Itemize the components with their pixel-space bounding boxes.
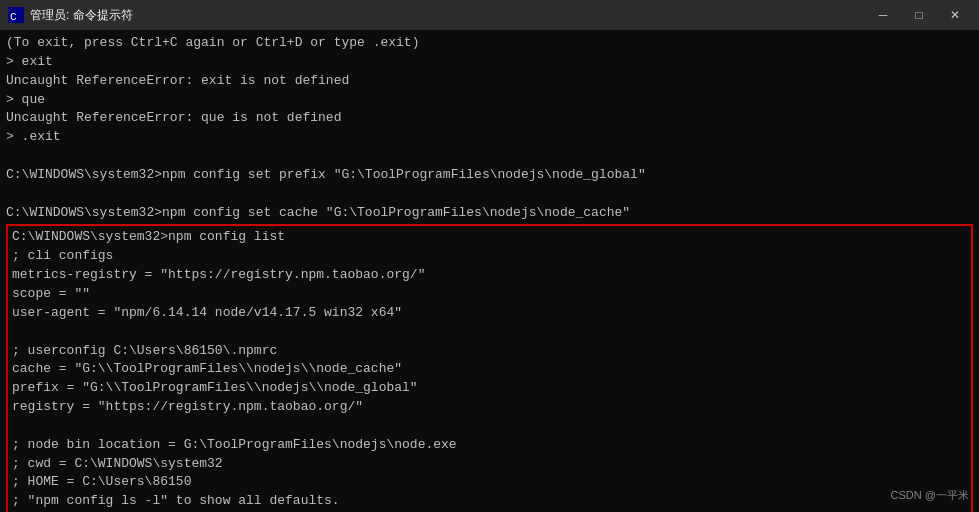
minimize-button[interactable]: ─: [867, 5, 899, 25]
watermark: CSDN @一平米: [891, 488, 969, 504]
node-bin: ; node bin location = G:\ToolProgramFile…: [12, 436, 967, 455]
cmd-window: C 管理员: 命令提示符 ─ □ ✕ (To exit, press Ctrl+…: [0, 0, 979, 512]
cwd: ; cwd = C:\WINDOWS\system32: [12, 455, 967, 474]
line-3: Uncaught ReferenceError: exit is not def…: [6, 72, 973, 91]
blank-1: [12, 323, 967, 342]
window-controls: ─ □ ✕: [867, 5, 971, 25]
cache: cache = "G:\\ToolProgramFiles\\nodejs\\n…: [12, 360, 967, 379]
user-agent: user-agent = "npm/6.14.14 node/v14.17.5 …: [12, 304, 967, 323]
line-1: (To exit, press Ctrl+C again or Ctrl+D o…: [6, 34, 973, 53]
registry: registry = "https://registry.npm.taobao.…: [12, 398, 967, 417]
prefix: prefix = "G:\\ToolProgramFiles\\nodejs\\…: [12, 379, 967, 398]
line-5: Uncaught ReferenceError: que is not defi…: [6, 109, 973, 128]
svg-text:C: C: [10, 11, 17, 23]
title-bar-left: C 管理员: 命令提示符: [8, 7, 133, 24]
npm-defaults: ; "npm config ls -l" to show all default…: [12, 492, 967, 511]
line-4: > que: [6, 91, 973, 110]
home: ; HOME = C:\Users\86150: [12, 473, 967, 492]
terminal-body[interactable]: (To exit, press Ctrl+C again or Ctrl+D o…: [0, 30, 979, 512]
userconfig: ; userconfig C:\Users\86150\.npmrc: [12, 342, 967, 361]
line-6: > .exit: [6, 128, 973, 147]
npm-list-command: C:\WINDOWS\system32>npm config list: [12, 228, 967, 247]
terminal-content: (To exit, press Ctrl+C again or Ctrl+D o…: [6, 34, 973, 512]
cmd-icon: C: [8, 7, 24, 23]
line-9: [6, 185, 973, 204]
line-8: C:\WINDOWS\system32>npm config set prefi…: [6, 166, 973, 185]
line-10: C:\WINDOWS\system32>npm config set cache…: [6, 204, 973, 223]
cli-configs: ; cli configs: [12, 247, 967, 266]
scope: scope = "": [12, 285, 967, 304]
window-title: 管理员: 命令提示符: [30, 7, 133, 24]
highlighted-section: C:\WINDOWS\system32>npm config list ; cl…: [6, 224, 973, 512]
title-bar: C 管理员: 命令提示符 ─ □ ✕: [0, 0, 979, 30]
line-2: > exit: [6, 53, 973, 72]
maximize-button[interactable]: □: [903, 5, 935, 25]
pre-highlight-lines: (To exit, press Ctrl+C again or Ctrl+D o…: [6, 34, 973, 222]
metrics-registry: metrics-registry = "https://registry.npm…: [12, 266, 967, 285]
blank-2: [12, 417, 967, 436]
line-7: [6, 147, 973, 166]
close-button[interactable]: ✕: [939, 5, 971, 25]
